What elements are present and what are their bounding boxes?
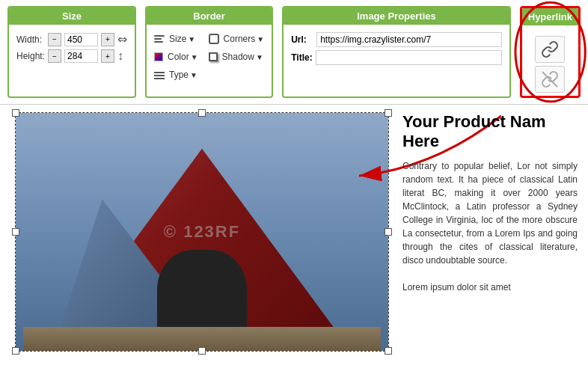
- watermark: © 123RF: [164, 222, 240, 242]
- width-label: Width:: [16, 34, 45, 45]
- border-size-item[interactable]: Size ▼: [154, 32, 198, 46]
- height-decrease-button[interactable]: −: [48, 49, 61, 63]
- selected-image-container[interactable]: © 123RF: [15, 112, 389, 352]
- link-icon: [541, 40, 559, 58]
- corners-icon: [209, 34, 219, 44]
- link-buttons: [530, 36, 571, 93]
- border-panel: Border Size ▼ Color: [145, 6, 273, 98]
- url-row: Url:: [291, 32, 502, 47]
- url-input[interactable]: [316, 32, 502, 47]
- handle-top-middle[interactable]: [198, 109, 206, 117]
- corners-caret-icon: ▼: [257, 35, 264, 43]
- title-input[interactable]: [316, 50, 502, 65]
- text-content-area: Your Product Nam Here Contrary to popula…: [396, 112, 584, 294]
- size-dropdown-button[interactable]: Size ▼: [169, 34, 195, 44]
- width-row: Width: − + ⇔: [16, 32, 127, 46]
- add-link-button[interactable]: [535, 36, 565, 63]
- width-decrease-button[interactable]: −: [48, 33, 61, 46]
- size-lines-icon: [154, 35, 165, 43]
- canvas-area: © 123RF Your Product Nam Here Contrary t…: [0, 105, 588, 383]
- hyperlink-header: Hyperlink: [522, 8, 578, 25]
- image-properties-panel: Image Properties Url: Title:: [282, 6, 511, 98]
- handle-bottom-middle[interactable]: [198, 347, 206, 355]
- type-dropdown-button[interactable]: Type ▼: [169, 70, 197, 80]
- shadow-caret-icon: ▼: [256, 53, 263, 61]
- resize-height-icon: ↕: [117, 49, 123, 63]
- type-caret-icon: ▼: [190, 71, 197, 79]
- color-swatch-icon: [154, 52, 163, 61]
- type-icon: [154, 70, 165, 79]
- handle-middle-right[interactable]: [385, 228, 392, 236]
- shadow-dropdown-button[interactable]: Shadow ▼: [222, 52, 263, 62]
- border-type-item[interactable]: Type ▼: [154, 68, 198, 82]
- tent-image: © 123RF: [16, 113, 388, 351]
- shadow-icon: [209, 52, 218, 61]
- border-panel-header: Border: [147, 7, 272, 25]
- size-panel-header: Size: [9, 7, 135, 25]
- handle-middle-left[interactable]: [12, 228, 19, 236]
- handle-top-right[interactable]: [385, 109, 392, 117]
- toolbar: Size Width: − + ⇔ Height: − + ↕ Border: [0, 0, 588, 105]
- width-input[interactable]: [64, 33, 98, 46]
- url-label: Url:: [291, 34, 312, 45]
- height-row: Height: − + ↕: [16, 49, 127, 63]
- hyperlink-panel: Hyperlink: [520, 6, 581, 98]
- unlink-icon: [541, 70, 559, 88]
- height-input[interactable]: [64, 49, 98, 63]
- title-label: Title:: [291, 52, 312, 63]
- handle-bottom-right[interactable]: [385, 347, 392, 355]
- color-dropdown-button[interactable]: Color ▼: [168, 52, 198, 62]
- border-shadow-item[interactable]: Shadow ▼: [209, 50, 265, 64]
- height-increase-button[interactable]: +: [101, 49, 114, 63]
- image-props-header: Image Properties: [284, 7, 509, 25]
- border-color-item[interactable]: Color ▼: [154, 50, 198, 64]
- tent-body: [53, 149, 351, 351]
- handle-bottom-left[interactable]: [12, 347, 19, 355]
- size-panel: Size Width: − + ⇔ Height: − + ↕: [7, 6, 136, 98]
- title-row: Title:: [291, 50, 502, 65]
- border-corners-item[interactable]: Corners ▼: [209, 32, 265, 46]
- height-label: Height:: [16, 51, 45, 61]
- remove-link-button[interactable]: [535, 66, 565, 93]
- size-caret-icon: ▼: [188, 35, 195, 43]
- color-caret-icon: ▼: [191, 53, 198, 61]
- product-title: Your Product Nam Here: [402, 112, 578, 152]
- width-increase-button[interactable]: +: [101, 33, 114, 46]
- corners-dropdown-button[interactable]: Corners ▼: [224, 34, 265, 44]
- resize-width-icon: ⇔: [117, 32, 127, 46]
- product-body: Contrary to popular belief, Lor not simp…: [402, 159, 578, 294]
- handle-top-left[interactable]: [12, 109, 19, 117]
